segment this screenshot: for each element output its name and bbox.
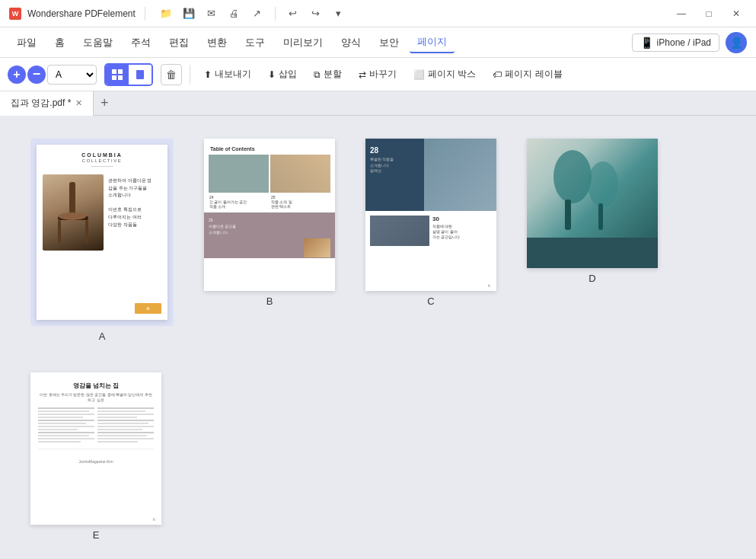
page-preview-b[interactable]: Table of Contents 24긴 글이 들어가는 공간작품 소개 25… bbox=[204, 139, 335, 291]
grid-icon bbox=[111, 69, 123, 81]
titlebar: W Wondershare PDFelement 📁 💾 ✉ 🖨 ↗ ↩ ↪ ▾… bbox=[0, 0, 756, 27]
menu-help[interactable]: 도움말 bbox=[75, 33, 120, 53]
titlebar-actions: 📁 💾 ✉ 🖨 ↗ bbox=[158, 5, 266, 22]
insert-label: 삽입 bbox=[279, 68, 297, 81]
page-d-photo bbox=[527, 139, 658, 238]
device-selector[interactable]: 📱 iPhone / iPad bbox=[632, 34, 719, 52]
page-preview-c[interactable]: 28 특별한 작품을소개합니다컬렉션 30 작품에 대한설명 글이 들어가는 공… bbox=[365, 139, 496, 291]
svg-rect-3 bbox=[118, 75, 123, 80]
more-button[interactable]: ▾ bbox=[330, 5, 347, 22]
page-e-col2-line11 bbox=[97, 438, 154, 439]
page-a-body-text: 관련하여 아름다운 영감을 주는 가구들을소개합니다이번호 특집으로다루어지는 … bbox=[108, 177, 161, 228]
page-e-col2-line6 bbox=[97, 423, 148, 424]
menu-page[interactable]: 페이지 bbox=[410, 32, 455, 53]
titlebar-separator bbox=[145, 7, 145, 21]
single-view-button[interactable] bbox=[129, 65, 152, 85]
page-e-columns bbox=[38, 407, 154, 444]
page-thumb-a[interactable]: COLUMBIA COLLECTIVE —————— bbox=[30, 139, 174, 342]
page-e-col2-line9 bbox=[97, 432, 154, 433]
svg-point-11 bbox=[588, 161, 618, 207]
save-button[interactable]: 💾 bbox=[180, 5, 197, 22]
svg-rect-0 bbox=[112, 69, 116, 74]
svg-rect-1 bbox=[118, 69, 123, 74]
page-d-bottom bbox=[527, 238, 658, 268]
tab-close-button[interactable]: ✕ bbox=[75, 98, 82, 108]
undo-button[interactable]: ↩ bbox=[285, 5, 301, 22]
grid-view-button[interactable] bbox=[106, 65, 129, 85]
page-thumb-e[interactable]: 영감을 넘치는 집 이번 호에는 우리가 방문한 많은 공간들 중에 특별히 당… bbox=[30, 372, 161, 541]
maximize-button[interactable]: □ bbox=[698, 3, 719, 24]
replace-icon: ⇄ bbox=[359, 69, 366, 80]
delete-button[interactable]: 🗑 bbox=[161, 64, 182, 85]
extract-button[interactable]: ⬆ 내보내기 bbox=[198, 65, 257, 84]
page-e-col1-line11 bbox=[38, 438, 94, 439]
tab-title: 집과 영감.pdf * bbox=[11, 97, 71, 110]
page-label-b: B bbox=[266, 295, 273, 307]
page-label-button[interactable]: 🏷 페이지 레이블 bbox=[486, 65, 568, 84]
menu-preview[interactable]: 미리보기 bbox=[276, 33, 330, 53]
open-folder-button[interactable]: 📁 bbox=[158, 5, 174, 22]
page-label-icon: 🏷 bbox=[493, 69, 502, 80]
menu-format[interactable]: 양식 bbox=[333, 33, 368, 53]
email-button[interactable]: ✉ bbox=[203, 5, 220, 22]
page-e-col2-line7 bbox=[97, 426, 154, 427]
page-a-subtitle: COLLECTIVE bbox=[43, 158, 161, 163]
page-thumb-c[interactable]: 28 특별한 작품을소개합니다컬렉션 30 작품에 대한설명 글이 들어가는 공… bbox=[365, 139, 496, 342]
menubar: 파일 홈 도움말 주석 편집 변환 도구 미리보기 양식 보안 페이지 📱 iP… bbox=[0, 27, 756, 58]
page-c-text2: 작품에 대한설명 글이 들어가는 공간입니다 bbox=[432, 224, 492, 240]
active-tab[interactable]: 집과 영감.pdf * ✕ bbox=[0, 91, 94, 116]
page-e-col1-line7 bbox=[38, 426, 94, 427]
page-e-col1-line4 bbox=[38, 417, 83, 418]
zoom-in-button[interactable]: + bbox=[8, 65, 26, 84]
page-box-icon: ⬜ bbox=[413, 69, 425, 80]
page-preview-d[interactable] bbox=[527, 139, 658, 268]
print-button[interactable]: 🖨 bbox=[226, 5, 243, 22]
new-tab-button[interactable]: + bbox=[94, 93, 115, 114]
menu-home[interactable]: 홈 bbox=[47, 33, 72, 53]
user-avatar[interactable]: 👤 bbox=[726, 32, 747, 53]
redo-button[interactable]: ↪ bbox=[308, 5, 324, 22]
menu-tools[interactable]: 도구 bbox=[238, 33, 273, 53]
page-box-button[interactable]: ⬜ 페이지 박스 bbox=[407, 65, 482, 84]
page-a-accent: h bbox=[135, 303, 161, 314]
page-preview-e[interactable]: 영감을 넘치는 집 이번 호에는 우리가 방문한 많은 공간들 중에 특별히 당… bbox=[30, 372, 161, 525]
page-label-e: E bbox=[93, 529, 100, 541]
menu-edit[interactable]: 편집 bbox=[161, 33, 196, 53]
insert-button[interactable]: ⬇ 삽입 bbox=[262, 65, 303, 84]
trash-icon: 🗑 bbox=[166, 69, 177, 81]
share-button[interactable]: ↗ bbox=[249, 5, 266, 22]
page-e-col2-line1 bbox=[97, 407, 154, 409]
page-e-footnote-text: JunhoMagazine Kim bbox=[78, 459, 113, 464]
page-e-subtitle: 이번 호에는 우리가 방문한 많은 공간들 중에 특별히 당신에게 추천하고 싶… bbox=[38, 392, 154, 403]
page-c-img-sm1 bbox=[370, 216, 429, 246]
page-e-col2-line5 bbox=[97, 420, 154, 421]
zoom-out-button[interactable]: − bbox=[27, 65, 46, 84]
page-e-col2-line8 bbox=[97, 429, 142, 430]
menu-convert[interactable]: 변환 bbox=[199, 33, 234, 53]
menu-file[interactable]: 파일 bbox=[9, 33, 44, 53]
tabbar: 집과 영감.pdf * ✕ + bbox=[0, 91, 756, 116]
split-button[interactable]: ⧉ 분할 bbox=[308, 65, 348, 84]
page-e-col1-line12 bbox=[38, 441, 81, 442]
page-e-title: 영감을 넘치는 집 bbox=[38, 382, 154, 390]
minimize-button[interactable]: — bbox=[671, 3, 692, 24]
page-label-c: C bbox=[427, 295, 434, 307]
page-e-col1-line10 bbox=[38, 435, 89, 436]
svg-point-9 bbox=[59, 212, 86, 220]
page-thumbnail-area: COLUMBIA COLLECTIVE —————— bbox=[0, 116, 756, 559]
page-thumb-d[interactable]: D bbox=[527, 139, 658, 342]
zoom-level-select[interactable]: A 50% 75% 100% 125% bbox=[47, 65, 97, 85]
page-e-col1-line1 bbox=[38, 407, 94, 409]
replace-button[interactable]: ⇄ 바꾸기 bbox=[352, 65, 403, 84]
menu-annotate[interactable]: 주석 bbox=[123, 33, 158, 53]
device-icon: 📱 bbox=[640, 37, 653, 49]
page-thumb-b[interactable]: Table of Contents 24긴 글이 들어가는 공간작품 소개 25… bbox=[204, 139, 335, 342]
page-preview-a[interactable]: COLUMBIA COLLECTIVE —————— bbox=[37, 145, 167, 320]
page-e-col1-line6 bbox=[38, 423, 86, 424]
svg-rect-2 bbox=[112, 75, 116, 80]
page-label-label: 페이지 레이블 bbox=[505, 68, 562, 81]
menu-protect[interactable]: 보안 bbox=[372, 33, 407, 53]
page-e-footer: JunhoMagazine Kim bbox=[38, 449, 154, 466]
split-label: 분할 bbox=[324, 68, 342, 81]
close-button[interactable]: ✕ bbox=[726, 3, 747, 24]
